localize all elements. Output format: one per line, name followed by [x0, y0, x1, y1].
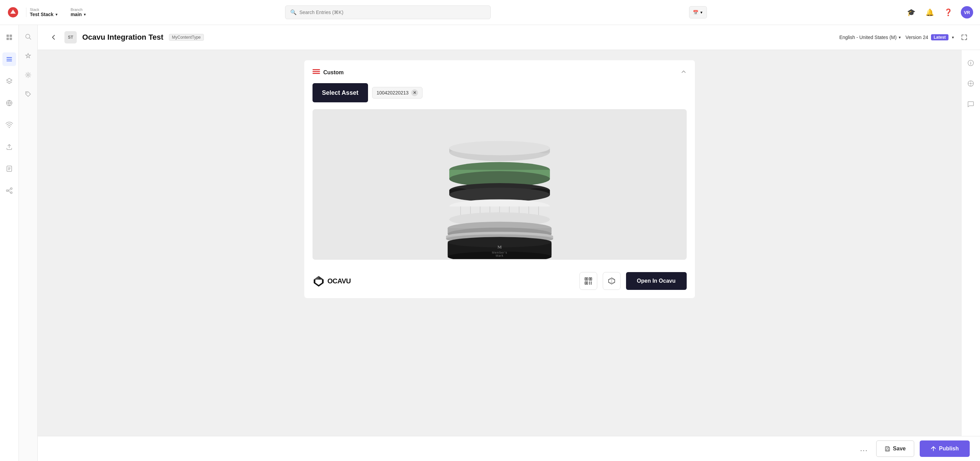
version-chevron-icon: ▼ [951, 36, 955, 40]
sidebar-item-tasks[interactable] [2, 162, 16, 176]
calendar-chevron-icon: ▼ [700, 11, 703, 14]
sidebar-item-list[interactable] [2, 52, 16, 66]
svg-rect-7 [6, 60, 12, 61]
sidebar-item-dashboard[interactable] [2, 30, 16, 44]
help-icon-button[interactable]: ❓ [942, 6, 955, 19]
graduation-icon-button[interactable]: 🎓 [905, 6, 918, 19]
editor-right-wrapper: Custom Select Asset 100420220213 ✕ [38, 50, 980, 436]
entry-title: Ocavu Integration Test [82, 33, 164, 42]
svg-rect-1 [6, 35, 9, 37]
svg-point-15 [27, 74, 29, 76]
custom-section: Custom Select Asset 100420220213 ✕ [304, 60, 695, 298]
stack-chevron-icon: ▼ [55, 13, 58, 16]
asset-id-text: 100420220213 [377, 90, 409, 95]
entry-header: ST Ocavu Integration Test MyContentType … [38, 25, 980, 50]
search-entries-icon[interactable] [22, 30, 34, 43]
svg-text:Mark: Mark [495, 254, 503, 257]
asset-id-badge: 100420220213 ✕ [372, 87, 423, 98]
search-icon: 🔍 [290, 9, 297, 16]
version-status-badge: Latest [931, 34, 948, 40]
compass-panel-icon[interactable] [964, 78, 977, 90]
collapse-button[interactable] [681, 69, 687, 76]
select-asset-row: Select Asset 100420220213 ✕ [312, 83, 687, 102]
svg-text:M: M [497, 245, 502, 250]
select-asset-button[interactable]: Select Asset [312, 83, 368, 102]
branch-chevron-icon: ▼ [83, 13, 87, 16]
svg-rect-2 [10, 35, 12, 37]
more-options-button[interactable]: ... [858, 444, 871, 454]
version-label: Version 24 [906, 35, 928, 40]
svg-rect-64 [589, 284, 590, 284]
content-type-badge: MyContentType [169, 34, 204, 41]
stack-name[interactable]: Test Stack ▼ [30, 12, 58, 17]
info-panel-icon[interactable] [964, 57, 977, 69]
svg-rect-62 [589, 282, 590, 283]
save-icon [885, 446, 890, 451]
svg-point-11 [6, 190, 8, 192]
svg-rect-6 [6, 59, 12, 60]
language-chevron-icon: ▼ [898, 36, 902, 40]
qr-code-button[interactable] [579, 272, 597, 290]
bell-icon-button[interactable]: 🔔 [924, 6, 936, 19]
search-input[interactable] [299, 10, 485, 15]
ocavu-footer: OCAVU Open In Ocavu [312, 267, 687, 290]
svg-rect-65 [591, 284, 592, 284]
svg-rect-63 [591, 282, 592, 283]
left-sidebar [0, 25, 19, 461]
app-logo[interactable] [7, 6, 19, 19]
language-select[interactable]: English - United States (M) ▼ [839, 35, 901, 40]
svg-rect-17 [312, 69, 320, 70]
search-bar[interactable]: 🔍 [285, 5, 491, 19]
main-layout: ST Ocavu Integration Test MyContentType … [0, 25, 980, 461]
svg-point-12 [11, 188, 12, 190]
language-label: English - United States (M) [839, 35, 896, 40]
second-sidebar [19, 25, 38, 461]
stack-info: Stack Test Stack ▼ [26, 8, 58, 17]
branch-info: Branch main ▼ [65, 8, 87, 17]
bottom-bar: ... Save Publish [38, 436, 980, 461]
open-in-ocavu-button[interactable]: Open In Ocavu [626, 272, 687, 290]
stack-label: Stack [30, 8, 58, 12]
svg-rect-19 [312, 73, 320, 74]
clear-asset-button[interactable]: ✕ [411, 89, 418, 96]
ar-view-button[interactable] [603, 272, 620, 290]
svg-rect-59 [585, 278, 587, 280]
content-area: ST Ocavu Integration Test MyContentType … [38, 25, 980, 461]
svg-point-22 [449, 141, 550, 155]
publish-button[interactable]: Publish [920, 440, 970, 457]
ocavu-logo: OCAVU [312, 275, 351, 287]
user-avatar[interactable]: VR [961, 6, 973, 19]
back-button[interactable] [48, 32, 59, 43]
entry-header-right: English - United States (M) ▼ Version 24… [839, 32, 970, 43]
entry-type-icon: ST [64, 31, 77, 43]
svg-point-9 [9, 127, 10, 128]
editor-area: Custom Select Asset 100420220213 ✕ [38, 50, 961, 436]
sidebar-item-layers[interactable] [2, 74, 16, 88]
branch-name[interactable]: main ▼ [71, 12, 87, 17]
branch-label: Branch [71, 8, 87, 12]
fullscreen-button[interactable] [959, 32, 970, 43]
product-image: M Member's Mark [438, 110, 561, 259]
starred-icon[interactable] [22, 50, 34, 62]
calendar-button[interactable]: 📅 ▼ [689, 6, 707, 19]
comment-panel-icon[interactable] [964, 98, 977, 110]
sidebar-item-wifi[interactable] [2, 118, 16, 132]
custom-section-title: Custom [323, 70, 344, 76]
svg-point-13 [11, 192, 12, 194]
nav-right: 🎓 🔔 ❓ VR [905, 6, 973, 19]
svg-rect-4 [10, 38, 12, 40]
tag-icon[interactable] [22, 88, 34, 100]
sidebar-item-connections[interactable] [2, 184, 16, 198]
svg-rect-5 [6, 57, 12, 58]
product-viewer: M Member's Mark [312, 109, 687, 260]
settings-cog-icon[interactable] [22, 69, 34, 81]
right-panel [961, 50, 980, 436]
calendar-icon: 📅 [693, 10, 698, 15]
top-nav: Stack Test Stack ▼ Branch main ▼ 🔍 📅 ▼ 🎓… [0, 0, 980, 25]
sidebar-item-globe[interactable] [2, 96, 16, 110]
svg-text:Member's: Member's [492, 251, 507, 254]
ocavu-footer-actions: Open In Ocavu [579, 272, 687, 290]
svg-rect-3 [6, 38, 9, 40]
sidebar-item-upload[interactable] [2, 140, 16, 154]
save-button[interactable]: Save [876, 440, 914, 457]
